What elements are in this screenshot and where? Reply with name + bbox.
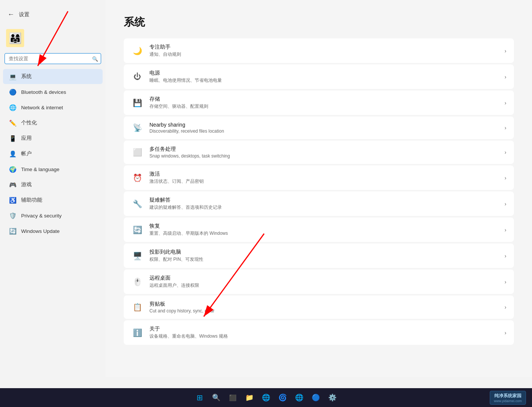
item-text-nearby: Nearby sharing Discoverability, received…	[149, 122, 498, 134]
item-icon-recovery: 🔄	[131, 224, 143, 236]
sidebar: ← 设置 👨‍👩‍👧 🔍 💻 系统 🔵 Bluetooth & devices …	[0, 0, 106, 377]
chevron-icon-storage: ›	[504, 100, 506, 106]
sidebar-header: ← 设置	[0, 6, 106, 26]
nav-label-time: Time & language	[21, 167, 60, 172]
settings-item-activation[interactable]: ⏰ 激活 激活状态、订阅、产品密钥 ›	[124, 165, 514, 190]
settings-item-clipboard[interactable]: 📋 剪贴板 Cut and copy history, sync, clear …	[124, 295, 514, 319]
settings-item-multitask[interactable]: ⬜ 多任务处理 Snap windows, desktops, task swi…	[124, 141, 514, 164]
item-text-activation: 激活 激活状态、订阅、产品密钥	[149, 171, 498, 185]
settings-item-project[interactable]: 🖥️ 投影到此电脑 权限、配对 PIN、可发现性 ›	[124, 243, 514, 268]
taskbar-icon1[interactable]: 🌐	[292, 390, 307, 405]
item-icon-clipboard: 📋	[131, 301, 143, 313]
item-desc-multitask: Snap windows, desktops, task switching	[149, 153, 498, 159]
taskbar-taskview[interactable]: ⬛	[225, 390, 240, 405]
item-text-storage: 存储 存储空间、驱动器、配置规则	[149, 96, 498, 110]
settings-item-power[interactable]: ⏻ 电源 睡眠、电池使用情况、节省电池电量 ›	[124, 64, 514, 89]
window-title: 设置	[19, 11, 29, 18]
page-title: 系统	[124, 15, 514, 29]
taskbar-right: 纯净系统家园 www.yidaimei.com	[490, 391, 526, 405]
item-desc-nearby: Discoverability, received files location	[149, 129, 498, 134]
item-desc-project: 权限、配对 PIN、可发现性	[149, 256, 498, 263]
settings-item-nearby[interactable]: 📡 Nearby sharing Discoverability, receiv…	[124, 116, 514, 139]
item-title-activation: 激活	[149, 171, 498, 177]
watermark-url: www.yidaimei.com	[494, 399, 522, 403]
search-icon: 🔍	[92, 56, 98, 61]
item-title-focus: 专注助手	[149, 44, 498, 50]
chevron-icon-nearby: ›	[504, 125, 506, 131]
taskbar-settings[interactable]: ⚙️	[325, 390, 340, 405]
taskbar-explorer[interactable]: 📁	[242, 390, 257, 405]
item-title-troubleshoot: 疑难解答	[149, 197, 498, 204]
chevron-icon-troubleshoot: ›	[504, 201, 506, 207]
item-icon-nearby: 📡	[131, 122, 143, 134]
watermark: 纯净系统家园 www.yidaimei.com	[490, 391, 526, 405]
chevron-icon-project: ›	[504, 253, 506, 259]
item-title-nearby: Nearby sharing	[149, 122, 498, 128]
nav-label-update: Windows Update	[21, 228, 60, 234]
chevron-icon-about: ›	[504, 330, 506, 336]
avatar: 👨‍👩‍👧	[6, 29, 24, 47]
taskbar-icon2[interactable]: 🔵	[308, 390, 323, 405]
nav-icon-update: 🔄	[9, 227, 17, 235]
settings-item-remote[interactable]: 🖱️ 远程桌面 远程桌面用户、连接权限 ›	[124, 269, 514, 294]
sidebar-item-time[interactable]: 🌍 Time & language	[3, 162, 103, 177]
chevron-icon-focus: ›	[504, 48, 506, 54]
settings-item-focus[interactable]: 🌙 专注助手 通知、自动规则 ›	[124, 38, 514, 63]
item-title-clipboard: 剪贴板	[149, 301, 498, 308]
nav-icon-bluetooth: 🔵	[9, 88, 17, 96]
settings-item-about[interactable]: ℹ️ 关于 设备规格、重命名电脑、Windows 规格 ›	[124, 320, 514, 345]
item-desc-power: 睡眠、电池使用情况、节省电池电量	[149, 77, 498, 84]
nav-label-bluetooth: Bluetooth & devices	[21, 89, 66, 95]
settings-item-storage[interactable]: 💾 存储 存储空间、驱动器、配置规则 ›	[124, 90, 514, 115]
nav-label-apps: 应用	[21, 135, 32, 142]
sidebar-item-system[interactable]: 💻 系统	[3, 69, 103, 84]
item-title-storage: 存储	[149, 96, 498, 103]
nav-label-network: Network & internet	[21, 105, 63, 110]
item-icon-power: ⏻	[131, 71, 143, 83]
nav-list: 💻 系统 🔵 Bluetooth & devices 🌐 Network & i…	[0, 69, 106, 239]
chevron-icon-remote: ›	[504, 279, 506, 285]
item-title-multitask: 多任务处理	[149, 146, 498, 153]
item-desc-recovery: 重置、高级启动、早期版本的 Windows	[149, 230, 498, 237]
start-button[interactable]: ⊞	[192, 390, 207, 405]
item-icon-troubleshoot: 🔧	[131, 198, 143, 210]
nav-icon-apps: 📱	[9, 135, 17, 142]
chevron-icon-recovery: ›	[504, 227, 506, 233]
item-text-power: 电源 睡眠、电池使用情况、节省电池电量	[149, 70, 498, 84]
item-text-clipboard: 剪贴板 Cut and copy history, sync, clear	[149, 301, 498, 314]
sidebar-item-gaming[interactable]: 🎮 游戏	[3, 177, 103, 192]
item-icon-activation: ⏰	[131, 172, 143, 184]
sidebar-item-bluetooth[interactable]: 🔵 Bluetooth & devices	[3, 84, 103, 99]
sidebar-item-privacy[interactable]: 🛡️ Privacy & security	[3, 208, 103, 223]
nav-label-privacy: Privacy & security	[21, 213, 62, 219]
nav-icon-network: 🌐	[9, 104, 17, 111]
taskbar: ⊞ 🔍 ⬛ 📁 🌐 🌀 🌐 🔵 ⚙️ 纯净系统家园 www.yidaimei.c…	[0, 388, 532, 407]
taskbar-edge[interactable]: 🌐	[258, 390, 274, 405]
sidebar-item-apps[interactable]: 📱 应用	[3, 131, 103, 146]
nav-icon-accounts: 👤	[9, 150, 17, 158]
taskbar-search[interactable]: 🔍	[209, 390, 224, 405]
item-title-about: 关于	[149, 326, 498, 332]
item-icon-about: ℹ️	[131, 327, 143, 339]
taskbar-center: ⊞ 🔍 ⬛ 📁 🌐 🌀 🌐 🔵 ⚙️	[192, 390, 340, 405]
nav-label-gaming: 游戏	[21, 181, 32, 188]
nav-label-accessibility: 辅助功能	[21, 197, 42, 204]
chevron-icon-activation: ›	[504, 175, 506, 181]
item-desc-about: 设备规格、重命名电脑、Windows 规格	[149, 333, 498, 340]
sidebar-item-network[interactable]: 🌐 Network & internet	[3, 100, 103, 115]
taskbar-chrome[interactable]: 🌀	[275, 390, 290, 405]
item-text-project: 投影到此电脑 权限、配对 PIN、可发现性	[149, 249, 498, 263]
sidebar-item-accessibility[interactable]: ♿ 辅助功能	[3, 193, 103, 208]
sidebar-item-accounts[interactable]: 👤 帐户	[3, 146, 103, 161]
search-input[interactable]	[5, 53, 101, 64]
item-text-multitask: 多任务处理 Snap windows, desktops, task switc…	[149, 146, 498, 159]
item-text-recovery: 恢复 重置、高级启动、早期版本的 Windows	[149, 223, 498, 237]
settings-item-recovery[interactable]: 🔄 恢复 重置、高级启动、早期版本的 Windows ›	[124, 217, 514, 242]
item-icon-multitask: ⬜	[131, 146, 143, 158]
settings-item-troubleshoot[interactable]: 🔧 疑难解答 建议的疑难解答、首选项和历史记录 ›	[124, 191, 514, 216]
sidebar-item-personalization[interactable]: ✏️ 个性化	[3, 115, 103, 130]
nav-icon-system: 💻	[9, 73, 17, 80]
search-box: 🔍	[5, 53, 101, 64]
back-button[interactable]: ←	[6, 9, 16, 20]
sidebar-item-update[interactable]: 🔄 Windows Update	[3, 223, 103, 239]
